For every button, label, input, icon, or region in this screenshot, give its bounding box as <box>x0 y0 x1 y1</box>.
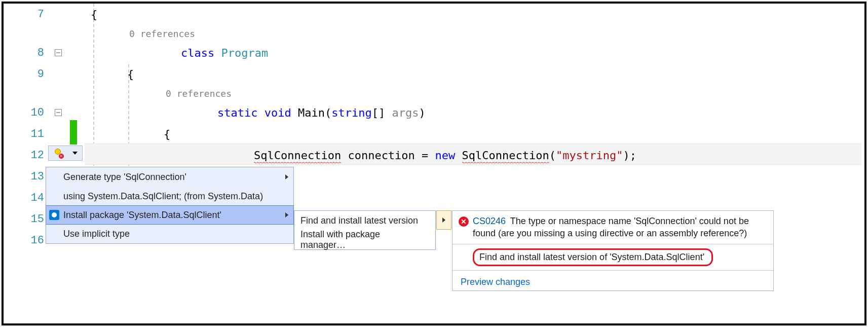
menu-item-label: Generate type 'SqlConnection' <box>63 172 186 183</box>
code-text: static void Main(string[] args) <box>83 94 426 132</box>
submenu-item-package-manager[interactable]: Install with package manager… <box>294 230 435 249</box>
submenu-arrow-icon <box>285 212 288 217</box>
code-line: 12 SqlConnection connection = new SqlCon… <box>4 144 864 166</box>
nuget-icon <box>49 210 59 220</box>
line-number: 8 <box>4 47 48 59</box>
menu-item-label: using System.Data.SqlClient; (from Syste… <box>63 191 263 202</box>
line-number: 16 <box>4 234 48 247</box>
line-number: 11 <box>4 128 48 140</box>
install-package-submenu: Find and install latest version Install … <box>294 210 436 250</box>
line-number: 14 <box>4 192 48 204</box>
error-icon: ✕ <box>459 216 469 227</box>
code-text: { <box>83 8 97 21</box>
quick-actions-button[interactable]: ✕ <box>48 146 83 161</box>
code-line: 7 { <box>4 4 864 25</box>
quick-actions-menu: Generate type 'SqlConnection' using Syst… <box>46 167 294 244</box>
submenu-item-find-install-latest[interactable]: Find and install latest version <box>294 211 435 230</box>
error-code: CS0246 <box>473 216 506 226</box>
preview-changes-link[interactable]: Preview changes <box>461 275 767 287</box>
line-number: 9 <box>4 68 48 81</box>
menu-item-label: Install with package manager… <box>300 229 424 250</box>
menu-item-label: Find and install latest version <box>300 215 418 226</box>
line-number: 10 <box>4 106 48 119</box>
fold-toggle[interactable] <box>48 49 68 56</box>
error-message: The type or namespace name 'SqlConnectio… <box>473 216 749 238</box>
menu-item-label: Use implicit type <box>63 229 130 239</box>
quickfix-preview-panel: ✕ CS0246 The type or namespace name 'Sql… <box>452 210 774 291</box>
menu-item-install-package[interactable]: Install package 'System.Data.SqlClient' <box>46 205 294 225</box>
line-number: 15 <box>4 213 48 226</box>
line-number: 12 <box>4 149 48 162</box>
line-number: 7 <box>4 8 48 21</box>
submenu-expand-button[interactable] <box>436 210 451 230</box>
code-line: 10 static void Main(string[] args) <box>4 102 864 123</box>
lightbulb-error-icon: ✕ <box>54 149 63 158</box>
menu-item-implicit-type[interactable]: Use implicit type <box>46 224 293 243</box>
fold-toggle[interactable] <box>48 109 68 116</box>
menu-item-add-using[interactable]: using System.Data.SqlClient; (from Syste… <box>46 187 293 206</box>
error-description: ✕ CS0246 The type or namespace name 'Sql… <box>459 215 767 240</box>
editor-frame: 7 { 0 references 8 class Program 9 { 0 <box>2 2 866 325</box>
menu-item-label: Install package 'System.Data.SqlClient' <box>63 210 221 221</box>
chevron-down-icon <box>72 152 78 155</box>
code-text: { <box>83 68 134 81</box>
primary-fix-action-highlighted: Find and install latest version of 'Syst… <box>473 248 713 266</box>
submenu-arrow-icon <box>285 174 288 179</box>
divider <box>452 270 773 271</box>
chevron-right-icon <box>442 217 445 223</box>
divider <box>452 244 773 244</box>
line-number: 13 <box>4 170 48 183</box>
menu-item-generate-type[interactable]: Generate type 'SqlConnection' <box>46 167 293 187</box>
code-line: 8 class Program <box>4 42 864 63</box>
code-text: class Program <box>83 34 268 72</box>
